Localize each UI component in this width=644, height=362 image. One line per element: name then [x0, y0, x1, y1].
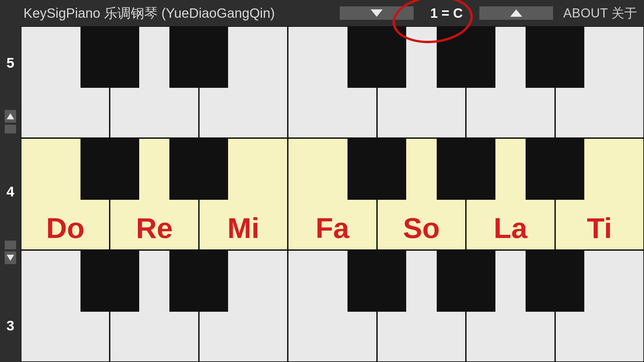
- black-key[interactable]: [526, 26, 584, 88]
- black-key[interactable]: [437, 26, 495, 88]
- octave-row: [21, 26, 644, 138]
- solfege-label: Fa: [316, 212, 349, 245]
- svg-marker-2: [7, 113, 14, 119]
- solfege-label: La: [494, 212, 527, 245]
- octave-row: DoReMiFaSoLaTi: [21, 138, 644, 250]
- black-key[interactable]: [347, 250, 406, 312]
- about-link[interactable]: ABOUT 关于: [563, 5, 637, 22]
- octave-label-3: 3: [0, 318, 21, 334]
- chevron-down-icon: [371, 9, 383, 17]
- octave-label-4: 4: [0, 184, 21, 200]
- triangle-up-icon: [7, 113, 14, 119]
- solfege-label: Do: [46, 212, 85, 245]
- key-up-button[interactable]: [479, 6, 553, 20]
- app-frame: KeySigPiano 乐调钢琴 (YueDiaoGangQin) 1 = C …: [0, 0, 644, 362]
- black-key[interactable]: [437, 250, 495, 312]
- solfege-label: Mi: [227, 212, 260, 245]
- black-key[interactable]: [437, 138, 495, 200]
- black-key[interactable]: [169, 250, 228, 312]
- black-key[interactable]: [80, 138, 139, 200]
- key-signature-display: 1 = C: [420, 6, 473, 21]
- svg-marker-0: [371, 9, 383, 17]
- svg-marker-1: [510, 9, 522, 17]
- solfege-label: Re: [136, 212, 173, 245]
- keyboard-area: DoReMiFaSoLaTi: [21, 26, 644, 362]
- black-key[interactable]: [80, 250, 139, 312]
- black-key[interactable]: [347, 26, 406, 88]
- key-down-button[interactable]: [340, 6, 414, 20]
- black-key[interactable]: [526, 138, 584, 200]
- key-signature-group: 1 = C: [340, 6, 553, 21]
- black-key[interactable]: [347, 138, 406, 200]
- black-key[interactable]: [80, 26, 139, 88]
- chevron-up-icon: [510, 9, 522, 17]
- octave-row: [21, 250, 644, 362]
- black-key[interactable]: [169, 26, 228, 88]
- black-key[interactable]: [526, 250, 584, 312]
- black-key[interactable]: [169, 138, 228, 200]
- svg-marker-3: [7, 255, 14, 261]
- side-column: 5 4 3: [0, 26, 21, 362]
- octave-up-button[interactable]: [5, 110, 16, 133]
- app-title: KeySigPiano 乐调钢琴 (YueDiaoGangQin): [23, 4, 275, 22]
- solfege-label: Ti: [587, 212, 612, 245]
- triangle-down-icon: [7, 255, 14, 261]
- solfege-label: So: [403, 212, 440, 245]
- octave-label-5: 5: [0, 55, 21, 71]
- top-bar: KeySigPiano 乐调钢琴 (YueDiaoGangQin) 1 = C …: [0, 0, 644, 26]
- octave-down-button[interactable]: [5, 241, 16, 264]
